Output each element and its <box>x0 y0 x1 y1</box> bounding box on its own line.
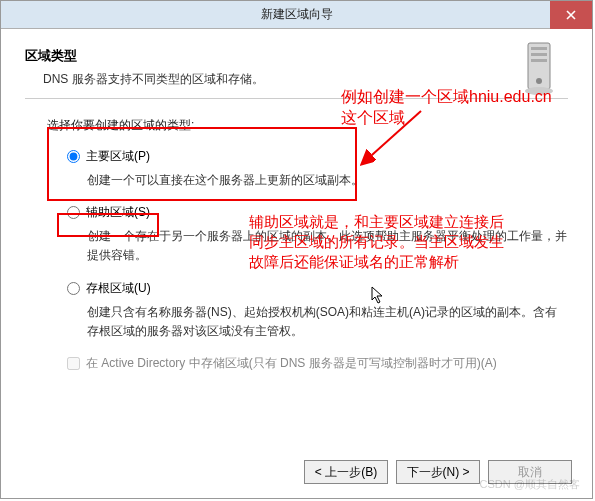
annotation-text-2c: 故障后还能保证域名的正常解析 <box>249 251 459 272</box>
svg-rect-1 <box>531 47 547 50</box>
ad-storage-row: 在 Active Directory 中存储区域(只有 DNS 服务器是可写域控… <box>67 355 568 372</box>
radio-primary-row[interactable]: 主要区域(P) <box>67 148 568 165</box>
radio-primary-label: 主要区域(P) <box>86 148 150 165</box>
close-icon <box>566 10 576 20</box>
content-area: 区域类型 DNS 服务器支持不同类型的区域和存储。 选择你要创建的区域的类型: … <box>1 29 592 384</box>
ad-storage-checkbox <box>67 357 80 370</box>
radio-stub[interactable] <box>67 282 80 295</box>
radio-secondary-label: 辅助区域(S) <box>86 204 150 221</box>
radio-primary-desc: 创建一个可以直接在这个服务器上更新的区域副本。 <box>87 171 567 190</box>
section-heading: 区域类型 <box>25 47 568 65</box>
annotation-text-2a: 辅助区域就是，和主要区域建立连接后 <box>249 211 504 232</box>
annotation-text-1a: 例如创建一个区域hniu.edu.cn <box>341 86 552 108</box>
radio-stub-label: 存根区域(U) <box>86 280 151 297</box>
annotation-text-1b: 这个区域 <box>341 107 405 129</box>
titlebar: 新建区域向导 <box>1 1 592 29</box>
close-button[interactable] <box>550 1 592 29</box>
watermark: CSDN @顺其自然客 <box>480 477 580 492</box>
radio-stub-row[interactable]: 存根区域(U) <box>67 280 568 297</box>
svg-point-4 <box>536 78 542 84</box>
radio-secondary[interactable] <box>67 206 80 219</box>
radio-stub-desc: 创建只含有名称服务器(NS)、起始授权机构(SOA)和粘连主机(A)记录的区域的… <box>87 303 567 341</box>
svg-rect-3 <box>531 59 547 62</box>
next-button[interactable]: 下一步(N) > <box>396 460 480 484</box>
annotation-text-2b: 同步主区域的所有记录。当主区域发生 <box>249 231 504 252</box>
prompt-text: 选择你要创建的区域的类型: <box>47 117 568 134</box>
wizard-window: 新建区域向导 区域类型 DNS 服务器支持不同类型的区域和存储。 选择你要创建的… <box>0 0 593 499</box>
window-title: 新建区域向导 <box>261 6 333 23</box>
radio-primary[interactable] <box>67 150 80 163</box>
svg-rect-2 <box>531 53 547 56</box>
back-button[interactable]: < 上一步(B) <box>304 460 388 484</box>
ad-storage-label: 在 Active Directory 中存储区域(只有 DNS 服务器是可写域控… <box>86 355 497 372</box>
